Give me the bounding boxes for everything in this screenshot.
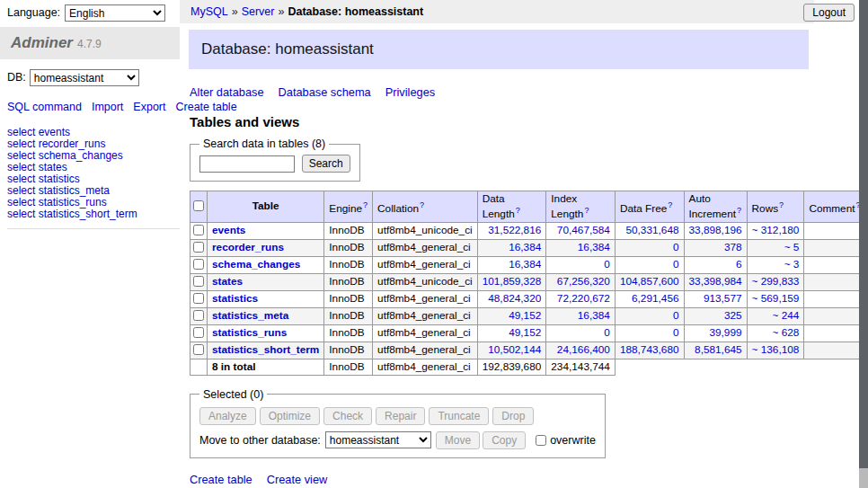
numeric-link[interactable]: 6 (736, 258, 742, 271)
database-schema-link[interactable]: Database schema (279, 85, 371, 99)
numeric-link[interactable]: ~ 136,108 (752, 343, 800, 356)
check-button[interactable]: Check (323, 407, 372, 425)
numeric-link[interactable]: 101,859,328 (483, 275, 542, 288)
scrollbar-thumb[interactable] (859, 0, 868, 468)
numeric-link[interactable]: 0 (604, 258, 610, 271)
numeric-link[interactable]: 6,291,456 (632, 292, 678, 305)
numeric-link[interactable]: 49,152 (509, 326, 541, 339)
select-statistics-meta-link[interactable]: select statistics_meta (7, 184, 110, 197)
row-checkbox[interactable] (193, 259, 204, 270)
table-name-link[interactable]: events (212, 224, 245, 236)
row-checkbox[interactable] (193, 276, 204, 287)
help-link[interactable]: ? (737, 206, 741, 215)
numeric-link[interactable]: ~ 3 (784, 258, 800, 271)
search-input[interactable] (199, 155, 295, 173)
table-name-link[interactable]: statistics_meta (212, 309, 288, 322)
logout-button[interactable]: Logout (803, 4, 855, 22)
row-checkbox[interactable] (193, 242, 204, 253)
numeric-link[interactable]: 24,166,400 (557, 343, 610, 356)
numeric-link[interactable]: 49,152 (509, 309, 541, 322)
numeric-link[interactable]: 31,522,816 (488, 224, 541, 236)
numeric-link[interactable]: 0 (673, 241, 679, 253)
numeric-link[interactable]: 10,502,144 (488, 343, 541, 356)
breadcrumb-mysql-link[interactable]: MySQL (190, 5, 228, 18)
breadcrumb-server-link[interactable]: Server (242, 5, 275, 18)
select-statistics-link[interactable]: select statistics (7, 173, 80, 185)
select-recorder-runs-link[interactable]: select recorder_runs (7, 138, 105, 150)
numeric-link[interactable]: 67,256,320 (557, 275, 610, 288)
truncate-button[interactable]: Truncate (429, 407, 489, 425)
numeric-link[interactable]: ~ 244 (773, 309, 800, 322)
privileges-link[interactable]: Privileges (385, 85, 435, 99)
numeric-link[interactable]: 39,999 (709, 326, 741, 339)
optimize-button[interactable]: Optimize (260, 407, 320, 425)
numeric-link[interactable]: 913,577 (704, 292, 742, 305)
numeric-link[interactable]: 0 (673, 326, 679, 339)
create-table-link[interactable]: Create table (190, 473, 252, 486)
numeric-link[interactable]: 0 (673, 309, 679, 322)
numeric-link[interactable]: 325 (724, 309, 742, 322)
row-checkbox[interactable] (193, 344, 204, 355)
numeric-link[interactable]: 16,384 (509, 241, 541, 253)
numeric-link[interactable]: 0 (673, 258, 679, 271)
numeric-link[interactable]: 33,398,984 (689, 275, 742, 288)
table-name-link[interactable]: states (212, 275, 243, 288)
move-db-select[interactable]: homeassistant (325, 431, 431, 448)
numeric-link[interactable]: 16,384 (509, 258, 541, 271)
select-statistics-runs-link[interactable]: select statistics_runs (7, 196, 107, 209)
drop-button[interactable]: Drop (492, 407, 534, 425)
help-link[interactable]: ? (779, 200, 784, 209)
numeric-link[interactable]: 378 (724, 241, 742, 253)
adminer-brand-link[interactable]: Adminer (11, 34, 73, 51)
copy-button[interactable]: Copy (483, 431, 526, 449)
row-checkbox[interactable] (193, 310, 204, 321)
help-link[interactable]: ? (363, 200, 368, 209)
numeric-link[interactable]: 0 (604, 326, 610, 339)
select-all-checkbox[interactable] (193, 200, 204, 211)
numeric-link[interactable]: ~ 312,180 (752, 224, 800, 236)
numeric-link[interactable]: 72,220,672 (557, 292, 610, 305)
row-checkbox[interactable] (193, 225, 204, 235)
db-select[interactable]: homeassistant (30, 69, 139, 86)
import-link[interactable]: Import (92, 101, 123, 113)
language-select[interactable]: English (65, 4, 165, 22)
row-checkbox[interactable] (193, 327, 204, 338)
select-statistics-short-term-link[interactable]: select statistics_short_term (7, 208, 137, 220)
table-name-link[interactable]: statistics_runs (212, 326, 287, 339)
numeric-link[interactable]: 70,467,584 (557, 224, 610, 236)
table-name-link[interactable]: recorder_runs (212, 241, 284, 253)
help-link[interactable]: ? (584, 206, 589, 215)
select-schema-changes-link[interactable]: select schema_changes (7, 149, 123, 162)
table-name-link[interactable]: statistics (212, 292, 258, 305)
help-link[interactable]: ? (668, 200, 672, 209)
numeric-link[interactable]: ~ 569,159 (752, 292, 800, 305)
overwrite-checkbox[interactable] (536, 435, 546, 446)
table-name-link[interactable]: statistics_short_term (212, 343, 319, 356)
numeric-link[interactable]: 188,743,680 (620, 343, 679, 356)
row-checkbox[interactable] (193, 293, 204, 304)
select-events-link[interactable]: select events (7, 126, 70, 138)
numeric-link[interactable]: 48,824,320 (488, 292, 541, 305)
numeric-link[interactable]: ~ 299,833 (752, 275, 800, 288)
help-link[interactable]: ? (420, 200, 424, 209)
create-view-link[interactable]: Create view (267, 473, 328, 486)
alter-database-link[interactable]: Alter database (190, 85, 264, 99)
numeric-link[interactable]: ~ 5 (784, 241, 800, 253)
scrollbar[interactable] (859, 0, 868, 488)
numeric-link[interactable]: 104,857,600 (620, 275, 679, 288)
numeric-link[interactable]: 8,581,645 (695, 343, 741, 356)
sql-command-link[interactable]: SQL command (7, 101, 82, 113)
select-states-link[interactable]: select states (7, 161, 67, 173)
numeric-link[interactable]: 33,898,196 (689, 224, 742, 236)
move-button[interactable]: Move (436, 431, 480, 449)
repair-button[interactable]: Repair (376, 407, 425, 425)
table-name-link[interactable]: schema_changes (212, 258, 300, 271)
numeric-link[interactable]: 50,331,648 (625, 224, 678, 236)
export-link[interactable]: Export (133, 101, 165, 113)
analyze-button[interactable]: Analyze (199, 407, 256, 425)
numeric-link[interactable]: ~ 628 (773, 326, 800, 339)
numeric-link[interactable]: 16,384 (578, 241, 610, 253)
help-link[interactable]: ? (516, 206, 520, 215)
numeric-link[interactable]: 16,384 (578, 309, 610, 322)
search-button[interactable]: Search (302, 155, 350, 173)
